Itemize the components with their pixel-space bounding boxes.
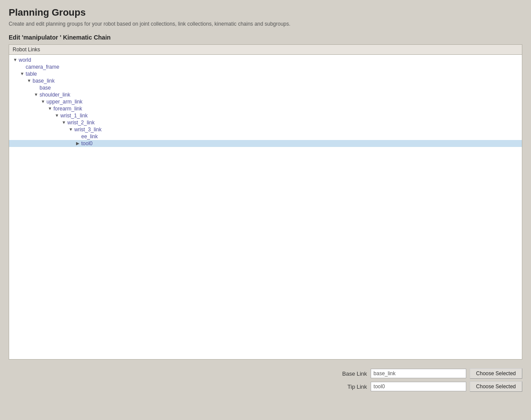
section-title: Edit 'manipulator ' Kinematic Chain: [9, 34, 522, 41]
tip-link-input[interactable]: [371, 382, 466, 391]
tree-label-world: world: [19, 57, 31, 63]
tree-toggle-upper_arm_link[interactable]: ▼: [40, 99, 46, 104]
tree-item-forearm_link[interactable]: ▼forearm_link: [9, 105, 522, 112]
choose-selected-tip-button[interactable]: Choose Selected: [470, 381, 522, 392]
tree-toggle-wrist_2_link[interactable]: ▼: [61, 120, 66, 125]
tree-label-tool0: tool0: [81, 140, 93, 147]
tree-item-base[interactable]: base: [9, 84, 522, 91]
page-subtitle: Create and edit planning groups for your…: [9, 21, 522, 27]
tree-item-base_link[interactable]: ▼base_link: [9, 77, 522, 84]
tree-label-wrist_3_link: wrist_3_link: [74, 127, 102, 133]
base-link-input[interactable]: [371, 369, 466, 378]
tree-label-base: base: [40, 85, 51, 91]
tip-link-label: Tip Link: [337, 383, 367, 390]
tree-item-tool0[interactable]: ▶tool0: [9, 140, 522, 147]
tree-item-upper_arm_link[interactable]: ▼upper_arm_link: [9, 98, 522, 105]
tree-item-wrist_3_link[interactable]: ▼wrist_3_link: [9, 126, 522, 133]
tree-label-shoulder_link: shoulder_link: [40, 92, 70, 98]
tree-toggle-wrist_3_link[interactable]: ▼: [68, 127, 73, 132]
tree-label-camera_frame: camera_frame: [26, 64, 59, 70]
tree-item-wrist_2_link[interactable]: ▼wrist_2_link: [9, 119, 522, 126]
tree-label-base_link: base_link: [33, 78, 55, 84]
tree-item-shoulder_link[interactable]: ▼shoulder_link: [9, 91, 522, 98]
tree-item-ee_link[interactable]: ee_link: [9, 133, 522, 140]
page-title: Planning Groups: [9, 7, 522, 18]
tree-toggle-tool0[interactable]: ▶: [75, 141, 80, 146]
tree-toggle-world[interactable]: ▼: [13, 57, 18, 63]
tree-item-camera_frame[interactable]: camera_frame: [9, 63, 522, 70]
tree-toggle-base_link[interactable]: ▼: [27, 78, 32, 83]
tree-item-table[interactable]: ▼table: [9, 70, 522, 77]
tree-label-wrist_1_link: wrist_1_link: [60, 113, 88, 119]
tree-item-wrist_1_link[interactable]: ▼wrist_1_link: [9, 112, 522, 119]
tree-header: Robot Links: [9, 45, 522, 55]
tree-item-world[interactable]: ▼world: [9, 57, 522, 63]
tree-toggle-shoulder_link[interactable]: ▼: [33, 92, 39, 97]
tree-content: ▼worldcamera_frame▼table▼base_linkbase▼s…: [9, 55, 522, 359]
choose-selected-base-button[interactable]: Choose Selected: [470, 368, 522, 379]
tree-label-table: table: [26, 71, 37, 77]
tree-toggle-wrist_1_link[interactable]: ▼: [54, 113, 60, 118]
tree-toggle-forearm_link[interactable]: ▼: [47, 106, 53, 111]
base-link-label: Base Link: [337, 370, 367, 377]
tree-label-wrist_2_link: wrist_2_link: [67, 120, 95, 126]
tree-panel: Robot Links ▼worldcamera_frame▼table▼bas…: [9, 44, 522, 360]
tree-label-forearm_link: forearm_link: [53, 106, 82, 112]
tree-label-ee_link: ee_link: [81, 133, 98, 140]
tree-toggle-table[interactable]: ▼: [20, 71, 25, 77]
tree-label-upper_arm_link: upper_arm_link: [46, 99, 83, 105]
